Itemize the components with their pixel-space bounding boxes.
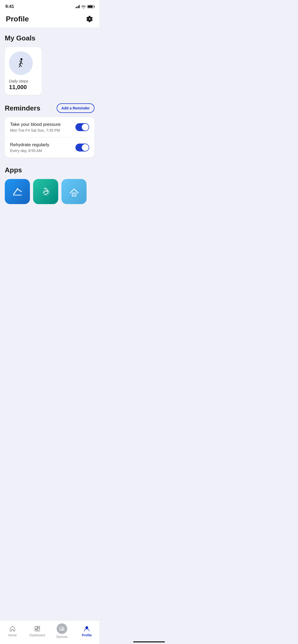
goals-section: My Goals Daily steps 11,000 [5,34,94,95]
svg-point-10 [17,188,18,190]
signal-icon [75,5,80,8]
app-3-icon [67,185,81,198]
status-icons [75,5,94,8]
page-header: Profile [0,12,99,28]
toggle-knob-2 [82,144,89,151]
reminder-title-1: Take your blood pressure [10,122,61,127]
reminder-schedule-2: Every day, 8:55 AM [10,149,49,153]
svg-line-8 [13,189,17,194]
app-2-icon [39,185,53,199]
app-1-icon [11,185,24,198]
reminder-schedule-1: Mon Tue Fri Sat Sun, 7:35 PM [10,128,61,132]
goal-icon-circle [9,51,33,75]
reminder-info-2: Rehydrate regularly Every day, 8:55 AM [10,142,49,153]
status-time: 9:41 [5,4,14,9]
reminder-info-1: Take your blood pressure Mon Tue Fri Sat… [10,122,61,132]
svg-line-6 [20,65,22,67]
page-title: Profile [6,15,29,23]
reminder-item-2: Rehydrate regularly Every day, 8:55 AM [5,137,94,158]
svg-line-5 [19,65,20,67]
reminder-item: Take your blood pressure Mon Tue Fri Sat… [5,117,94,137]
add-reminder-button[interactable]: Add a Reminder [57,103,94,113]
goal-card[interactable]: Daily steps 11,000 [5,47,42,95]
main-content: My Goals Daily steps 11,000 [0,28,99,231]
wifi-icon [81,5,86,8]
svg-line-4 [20,62,21,65]
goal-label: Daily steps [9,79,38,83]
reminders-title: Reminders [5,104,40,112]
apps-title: Apps [5,166,94,174]
app-icon-1[interactable] [5,179,30,204]
apps-section: Apps [5,166,94,204]
reminder-title-2: Rehydrate regularly [10,142,49,148]
reminders-section: Reminders Add a Reminder Take your blood… [5,103,94,158]
reminder-toggle-1[interactable] [75,123,89,131]
status-bar: 9:41 [0,0,99,12]
goal-value: 11,000 [9,84,38,91]
app-icon-2[interactable] [33,179,58,204]
svg-line-3 [21,62,22,64]
goals-title: My Goals [5,34,94,42]
toggle-knob-1 [82,124,89,131]
apps-row [5,179,94,204]
walking-icon [14,57,28,70]
app-icon-3[interactable] [61,179,87,204]
battery-icon [87,5,94,8]
settings-icon[interactable] [86,15,93,23]
reminder-toggle-2[interactable] [75,144,89,151]
reminders-header: Reminders Add a Reminder [5,103,94,113]
reminders-card: Take your blood pressure Mon Tue Fri Sat… [5,117,94,158]
svg-point-0 [20,58,22,60]
